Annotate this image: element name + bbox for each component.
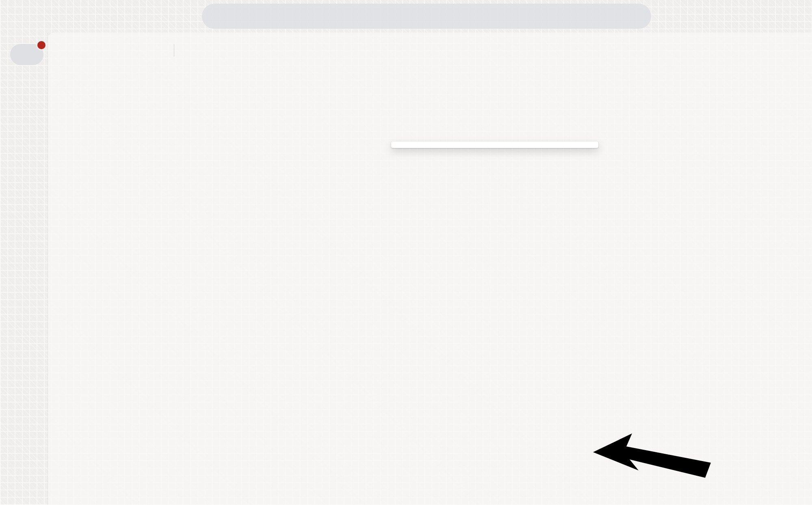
left-sidebar	[0, 33, 48, 505]
inbox-tabs	[48, 68, 812, 92]
apps-grid-icon	[803, 10, 812, 22]
caret-down-icon	[776, 47, 783, 54]
chevron-right-icon	[744, 46, 754, 55]
gemini-button[interactable]	[780, 7, 799, 26]
mark-read-button[interactable]	[185, 41, 203, 59]
list-toolbar	[48, 33, 812, 68]
split-pane-toggle[interactable]	[763, 45, 783, 56]
mail-icon	[21, 48, 33, 61]
pagination	[711, 41, 808, 59]
older-page-button[interactable]	[740, 41, 758, 59]
annotation-arrow-shape	[593, 433, 711, 478]
caret-down-icon	[73, 47, 80, 54]
move-to-button[interactable]	[212, 41, 230, 59]
report-spam-icon	[123, 45, 134, 56]
search-input[interactable]	[234, 12, 629, 21]
more-options-button[interactable]	[237, 41, 255, 59]
mail-unread-badge	[36, 40, 47, 50]
archive-button[interactable]	[92, 41, 110, 59]
gmail-logo[interactable]	[48, 8, 74, 25]
folder-move-icon	[215, 45, 226, 56]
context-menu	[391, 141, 598, 148]
chevron-left-icon	[726, 46, 736, 55]
annotation-arrow	[588, 431, 718, 496]
select-all-checkbox[interactable]	[55, 41, 73, 59]
gmail-m-icon	[48, 9, 69, 25]
checkbox-indeterminate-icon	[58, 45, 69, 56]
help-button[interactable]	[728, 7, 747, 26]
sparkle-icon	[784, 10, 796, 22]
archive-icon	[95, 45, 106, 56]
trash-icon	[151, 45, 161, 56]
search-options-icon[interactable]	[629, 11, 641, 22]
select-dropdown[interactable]	[71, 41, 82, 59]
mail-open-icon	[188, 45, 199, 56]
split-pane-icon	[763, 45, 775, 56]
keyboard-icon	[788, 45, 800, 56]
main-menu-button[interactable]	[8, 7, 28, 26]
hamburger-icon	[12, 10, 24, 22]
report-spam-button[interactable]	[119, 41, 137, 59]
app-header	[0, 0, 812, 33]
toolbar-divider	[174, 44, 174, 57]
sidebar-item-meet[interactable]	[18, 117, 31, 128]
sidebar-item-mail[interactable]	[10, 44, 43, 65]
more-vert-icon	[240, 45, 251, 56]
video-camera-icon	[18, 117, 31, 128]
input-tools-toggle[interactable]	[788, 45, 808, 56]
settings-button[interactable]	[755, 7, 775, 26]
caret-down-icon	[801, 47, 808, 54]
apps-button[interactable]	[799, 7, 812, 26]
help-icon	[731, 10, 743, 22]
delete-button[interactable]	[147, 41, 165, 59]
gear-icon	[759, 10, 771, 22]
newer-page-button[interactable]	[722, 41, 740, 59]
search-icon[interactable]	[213, 11, 225, 22]
search-bar[interactable]	[202, 4, 651, 29]
